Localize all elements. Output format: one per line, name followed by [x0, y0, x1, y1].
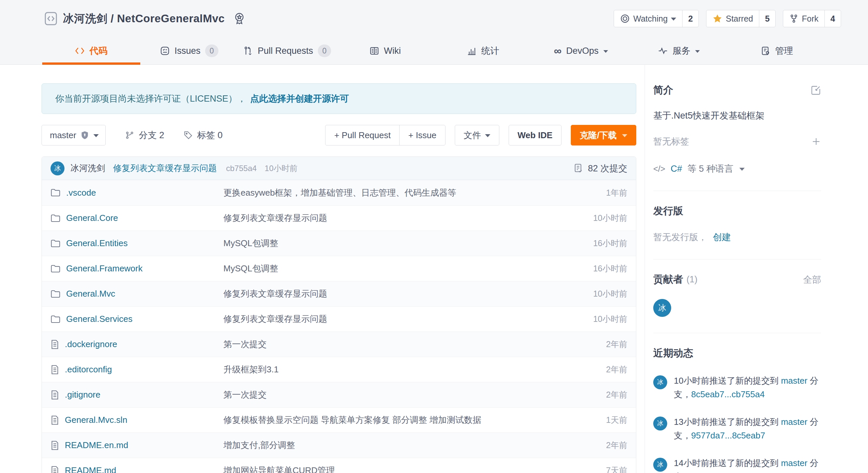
file-name-link[interactable]: .editorconfig	[65, 364, 112, 375]
releases-title: 发行版	[653, 204, 683, 218]
commit-author-name[interactable]: 冰河洗剑	[70, 162, 105, 174]
fork-count[interactable]: 4	[825, 10, 841, 27]
tab-services-label: 服务	[673, 45, 690, 57]
tab-wiki[interactable]: Wiki	[336, 37, 434, 64]
commits-count-link[interactable]: 82 次提交	[574, 162, 627, 174]
tab-pull-requests-label: Pull Requests	[258, 46, 313, 56]
file-commit-message[interactable]: 增加支付,部分调整	[223, 439, 554, 451]
table-row: .gitignore 第一次提交 2年前	[42, 382, 636, 407]
tab-pull-requests[interactable]: Pull Requests 0	[238, 37, 336, 64]
list-item: 冰 14小时前推送了新的提交到 master 分支，48ddb6e...9577…	[653, 457, 821, 473]
tab-manage[interactable]: 管理	[728, 37, 826, 64]
file-commit-message[interactable]: 更换easyweb框架，增加基础管理、日志管理、代码生成器等	[223, 187, 554, 199]
commit-sha[interactable]: cb755a4	[226, 164, 257, 173]
new-pull-request-button[interactable]: + Pull Request	[326, 125, 399, 145]
file-name-link[interactable]: General.Mvc.sln	[65, 415, 127, 425]
edit-icon[interactable]	[810, 85, 821, 96]
license-create-link[interactable]: 点此选择并创建开源许可	[250, 93, 349, 105]
branches-link[interactable]: 分支 2	[125, 129, 164, 141]
branch-link[interactable]: master	[781, 417, 807, 427]
tab-devops[interactable]: ∞ DevOps	[532, 37, 630, 64]
file-commit-message[interactable]: 第一次提交	[223, 389, 554, 401]
web-ide-button[interactable]: Web IDE	[508, 125, 561, 145]
commit-range-link[interactable]: 48ddb6e...9577da7	[691, 472, 766, 473]
commit-time: 10小时前	[265, 163, 298, 174]
commit-range-link[interactable]: 9577da7...8c5eab7	[691, 431, 765, 440]
file-commit-message[interactable]: 升级框架到3.1	[223, 364, 554, 375]
contributor-avatar[interactable]: 冰	[653, 299, 671, 317]
file-commit-message[interactable]: 增加网站导航菜单CURD管理	[223, 465, 554, 473]
file-commit-time: 10小时前	[554, 212, 627, 224]
star-button-group: Starred 5	[706, 10, 776, 27]
activity-avatar[interactable]: 冰	[653, 375, 667, 389]
star-count[interactable]: 5	[759, 10, 775, 27]
file-commit-message[interactable]: 修复列表文章缓存显示问题	[223, 212, 554, 224]
commit-message-link[interactable]: 修复列表文章缓存显示问题	[113, 162, 217, 174]
file-name-link[interactable]: General.Mvc	[66, 289, 115, 299]
folder-icon	[51, 264, 61, 273]
tab-stats[interactable]: 统计	[434, 37, 532, 64]
tags-link[interactable]: 标签 0	[184, 129, 223, 141]
file-commit-message[interactable]: 修复模板替换显示空问题 导航菜单方案修复 部分调整 增加测试数据	[223, 414, 554, 426]
pull-requests-count-badge: 0	[318, 44, 331, 57]
star-button[interactable]: Starred	[707, 10, 759, 27]
no-releases-label: 暂无发行版，	[653, 232, 707, 242]
file-commit-message[interactable]: 修复列表文章缓存显示问题	[223, 313, 554, 325]
top-band: 冰河洗剑 / NetCoreGeneralMvc Watching 2 Star…	[0, 0, 868, 65]
file-name-link[interactable]: .dockerignore	[65, 339, 117, 349]
language-summary[interactable]: </> C# 等 5 种语言	[653, 163, 821, 175]
file-name-link[interactable]: General.Services	[66, 314, 132, 324]
file-name-link[interactable]: README.md	[65, 465, 116, 473]
tab-services[interactable]: 服务	[630, 37, 728, 64]
tab-devops-label: DevOps	[566, 46, 599, 56]
branch-link[interactable]: master	[781, 376, 807, 386]
clone-download-button[interactable]: 克隆/下载	[571, 125, 636, 145]
medal-icon[interactable]	[234, 12, 245, 25]
new-issue-button[interactable]: + Issue	[399, 125, 445, 145]
file-commit-message[interactable]: MySQL包调整	[223, 237, 554, 249]
table-row: General.Mvc.sln 修复模板替换显示空问题 导航菜单方案修复 部分调…	[42, 407, 636, 433]
file-name-link[interactable]: .gitignore	[65, 390, 100, 400]
file-commit-message[interactable]: MySQL包调整	[223, 263, 554, 274]
content: 你当前开源项目尚未选择许可证（LICENSE）， 点此选择并创建开源许可 mas…	[0, 65, 868, 473]
file-name-link[interactable]: General.Framework	[66, 263, 143, 274]
code-icon	[75, 46, 85, 56]
file-list: .vscode 更换easyweb框架，增加基础管理、日志管理、代码生成器等 1…	[42, 180, 636, 473]
commit-range-link[interactable]: 8c5eab7...cb755a4	[691, 389, 765, 399]
folder-icon	[51, 290, 61, 298]
fork-button[interactable]: Fork	[783, 10, 825, 27]
license-banner: 你当前开源项目尚未选择许可证（LICENSE）， 点此选择并创建开源许可	[41, 83, 636, 114]
file-name-link[interactable]: .vscode	[66, 188, 96, 198]
contributors-count: (1)	[686, 274, 698, 285]
contributors-all-link[interactable]: 全部	[803, 274, 821, 286]
tag-icon	[184, 131, 193, 140]
branch-selector[interactable]: master	[41, 125, 106, 145]
file-name-link[interactable]: README.en.md	[65, 440, 128, 450]
fork-icon	[789, 14, 799, 23]
folder-icon	[51, 315, 61, 324]
add-tag-icon[interactable]	[811, 137, 821, 146]
activity-avatar[interactable]: 冰	[653, 416, 667, 431]
repo-identity: 冰河洗剑 / NetCoreGeneralMvc	[44, 11, 245, 26]
pull-request-icon	[243, 46, 253, 56]
watch-button[interactable]: Watching	[614, 10, 682, 27]
table-row: General.Services 修复列表文章缓存显示问题 10小时前	[42, 306, 636, 332]
file-name-link[interactable]: General.Entities	[66, 238, 128, 248]
pr-issue-button-group: + Pull Request + Issue	[325, 125, 445, 145]
manage-icon	[761, 46, 771, 56]
chevron-down-icon	[603, 50, 608, 53]
tab-code[interactable]: 代码	[42, 37, 140, 64]
file-name-link[interactable]: General.Core	[66, 213, 118, 223]
activity-avatar[interactable]: 冰	[653, 458, 667, 472]
file-commit-message[interactable]: 第一次提交	[223, 338, 554, 350]
branch-icon	[125, 131, 134, 140]
tab-issues[interactable]: Issues 0	[140, 37, 238, 64]
commit-author-avatar[interactable]: 冰	[51, 162, 64, 175]
branches-label: 分支 2	[138, 129, 164, 141]
file-commit-time: 2年前	[554, 364, 627, 375]
branch-link[interactable]: master	[781, 458, 807, 468]
watch-count[interactable]: 2	[682, 10, 699, 27]
file-commit-message[interactable]: 修复列表文章缓存显示问题	[223, 288, 554, 300]
file-menu-button[interactable]: 文件	[455, 125, 499, 145]
create-release-link[interactable]: 创建	[713, 232, 731, 242]
